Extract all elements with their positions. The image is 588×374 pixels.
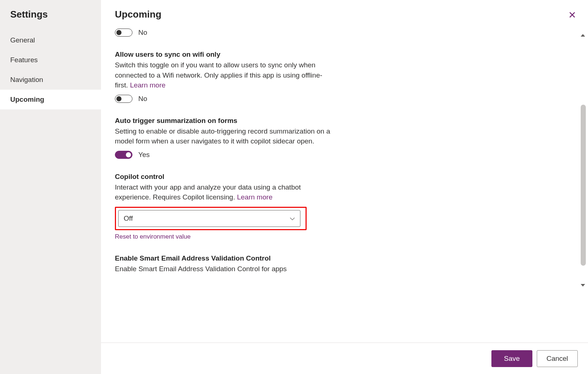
- setting-title: Copilot control: [115, 173, 334, 181]
- scrollbar-thumb[interactable]: [581, 105, 586, 266]
- cancel-button[interactable]: Cancel: [537, 350, 578, 367]
- copilot-select-highlight: Off: [115, 207, 307, 230]
- setting-description: Interact with your app and analyze your …: [115, 182, 334, 202]
- setting-title: Enable Smart Email Address Validation Co…: [115, 254, 334, 262]
- sidebar-item-navigation[interactable]: Navigation: [0, 70, 101, 90]
- setting-title: Auto trigger summarization on forms: [115, 117, 334, 125]
- setting-title: Allow users to sync on wifi only: [115, 51, 334, 59]
- toggle-auto-summarization[interactable]: [115, 151, 132, 159]
- sidebar-item-label: Upcoming: [10, 96, 44, 103]
- toggle-top[interactable]: [115, 29, 132, 37]
- setting-description: Switch this toggle on if you want to all…: [115, 60, 334, 90]
- main-panel: Upcoming ✕ No Allow users to sync on wif…: [101, 0, 588, 374]
- learn-more-link[interactable]: Learn more: [237, 193, 273, 201]
- sidebar-item-general[interactable]: General: [0, 30, 101, 50]
- sidebar-item-label: Navigation: [10, 76, 43, 83]
- toggle-label: No: [138, 29, 147, 37]
- setting-description: Enable Smart Email Address Validation Co…: [115, 264, 334, 274]
- reset-to-environment-link[interactable]: Reset to environment value: [115, 233, 191, 240]
- footer-bar: Save Cancel: [101, 343, 588, 374]
- save-button[interactable]: Save: [491, 350, 532, 367]
- select-value: Off: [124, 214, 133, 222]
- setting-item-top: No: [115, 29, 334, 37]
- chevron-down-icon: [290, 216, 295, 221]
- page-title: Upcoming: [115, 9, 161, 20]
- toggle-label: No: [138, 95, 147, 103]
- sidebar-title: Settings: [0, 9, 101, 30]
- settings-sidebar: Settings General Features Navigation Upc…: [0, 0, 101, 374]
- sidebar-item-label: General: [10, 36, 35, 44]
- close-icon: ✕: [568, 10, 576, 20]
- setting-wifi-sync: Allow users to sync on wifi only Switch …: [115, 51, 334, 103]
- copilot-select[interactable]: Off: [118, 210, 300, 227]
- setting-description: Setting to enable or disable auto-trigge…: [115, 126, 334, 146]
- toggle-label: Yes: [138, 151, 150, 159]
- scroll-up-button[interactable]: [579, 31, 587, 39]
- toggle-wifi-sync[interactable]: [115, 95, 132, 103]
- scroll-down-button[interactable]: [579, 282, 587, 289]
- sidebar-item-label: Features: [10, 56, 38, 64]
- sidebar-item-upcoming[interactable]: Upcoming: [0, 90, 101, 109]
- learn-more-link[interactable]: Learn more: [130, 81, 165, 89]
- setting-auto-summarization: Auto trigger summarization on forms Sett…: [115, 117, 334, 159]
- setting-copilot-control: Copilot control Interact with your app a…: [115, 173, 334, 240]
- close-button[interactable]: ✕: [567, 9, 578, 21]
- sidebar-item-features[interactable]: Features: [0, 50, 101, 70]
- setting-smart-email-validation: Enable Smart Email Address Validation Co…: [115, 254, 334, 274]
